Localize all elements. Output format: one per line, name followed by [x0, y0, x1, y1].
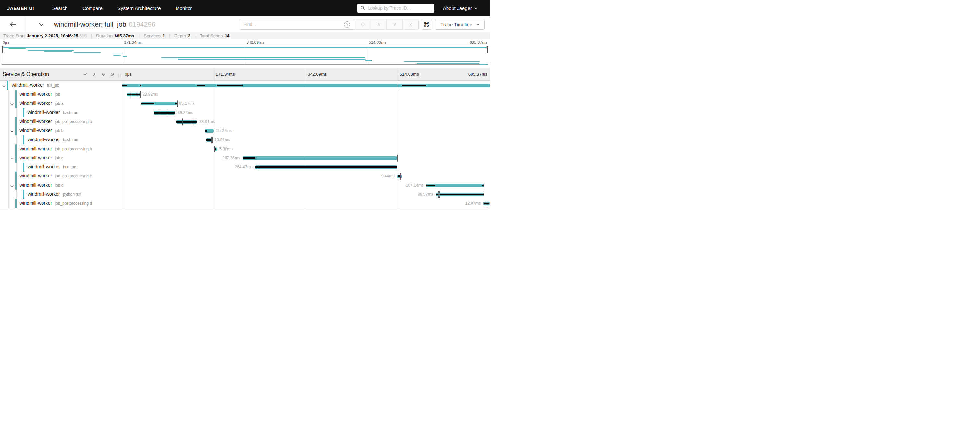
- minimap-right-scrubber[interactable]: [487, 46, 488, 53]
- span-list-item[interactable]: windmill-workerpython run: [0, 190, 122, 199]
- span-name-wrapper[interactable]: windmill-workerjob a: [20, 100, 64, 106]
- span-service-name: windmill-worker: [20, 155, 52, 160]
- find-input[interactable]: [239, 22, 344, 27]
- span-log-tick: [175, 109, 175, 116]
- span-gantt-cell[interactable]: 12.07ms: [122, 199, 490, 208]
- row-expand-chevron-icon[interactable]: [10, 102, 14, 107]
- collapse-one-icon[interactable]: [83, 72, 88, 76]
- axis-tick-label: 685.37ms: [469, 40, 487, 45]
- span-gantt-cell[interactable]: 9.44ms: [122, 172, 490, 181]
- span-gantt-cell[interactable]: [122, 81, 490, 90]
- back-button[interactable]: [0, 16, 26, 32]
- total-spans-value: 14: [224, 33, 229, 38]
- collapse-trace-detail-chevron[interactable]: [38, 22, 44, 27]
- trace-view-selector[interactable]: Trace Timeline: [435, 19, 485, 30]
- expand-one-icon[interactable]: [92, 72, 97, 76]
- span-name-wrapper[interactable]: windmill-workerjob b: [20, 128, 64, 133]
- help-icon[interactable]: ?: [344, 21, 350, 27]
- span-gantt-cell[interactable]: 65.17ms: [122, 99, 490, 108]
- row-expand-chevron-icon[interactable]: [10, 183, 14, 189]
- span-row: windmill-workerjob_postprocessing b5.88m…: [0, 144, 490, 153]
- next-result-button[interactable]: ∨: [387, 19, 403, 30]
- critical-path-segment: [175, 103, 177, 105]
- minimap-span-bar: [112, 54, 123, 54]
- critical-path-segment: [154, 112, 175, 113]
- span-list-item[interactable]: windmill-workerjob_postprocessing b: [0, 144, 122, 153]
- span-list-item[interactable]: windmill-workerbash run: [0, 135, 122, 144]
- span-name-wrapper[interactable]: windmill-workerpython run: [28, 191, 81, 197]
- row-expand-chevron-icon[interactable]: [10, 129, 14, 135]
- span-operation-name: bash run: [63, 138, 78, 142]
- minimap-left-scrubber[interactable]: [2, 46, 3, 53]
- span-list-item[interactable]: windmill-workerbash run: [0, 108, 122, 117]
- span-duration-label: 264.47ms: [235, 165, 253, 169]
- span-list-item[interactable]: windmill-workerfull_job: [0, 81, 122, 90]
- span-gantt-cell[interactable]: 10.51ms: [122, 135, 490, 144]
- span-log-tick: [167, 109, 167, 116]
- span-name-wrapper[interactable]: windmill-workerjob_postprocessing c: [20, 173, 92, 178]
- tree-guide-line: [8, 99, 9, 108]
- span-gantt-cell[interactable]: 88.57ms: [122, 190, 490, 199]
- trace-minimap[interactable]: [2, 46, 488, 65]
- span-log-tick: [192, 118, 192, 125]
- span-list-item[interactable]: windmill-workerjob_postprocessing c: [0, 172, 122, 181]
- nav-item-monitor[interactable]: Monitor: [175, 5, 192, 11]
- keyboard-shortcuts-button[interactable]: ⌘: [421, 19, 432, 30]
- trace-id-lookup-box[interactable]: [357, 3, 434, 13]
- span-row: windmill-workerfull_job: [0, 81, 490, 90]
- column-resize-handle[interactable]: ||: [118, 73, 121, 78]
- span-gantt-cell[interactable]: 15.27ms: [122, 126, 490, 135]
- span-name-wrapper[interactable]: windmill-workerfull_job: [12, 83, 59, 87]
- span-name-wrapper[interactable]: windmill-workerjob d: [20, 182, 64, 188]
- span-gantt-cell[interactable]: 23.92ms: [122, 90, 490, 99]
- span-log-tick: [484, 182, 484, 189]
- tree-guide-line: [8, 117, 9, 126]
- tree-guide-line: [8, 181, 9, 190]
- span-name-wrapper[interactable]: windmill-workerjob_postprocessing d: [20, 200, 92, 206]
- depth-value: 3: [188, 33, 191, 38]
- app-brand[interactable]: JAEGER UI: [7, 5, 34, 11]
- span-name-wrapper[interactable]: windmill-workerbun run: [28, 164, 76, 169]
- nav-item-system-architecture[interactable]: System Architecture: [118, 5, 161, 11]
- span-bar[interactable]: [243, 156, 397, 160]
- span-name-wrapper[interactable]: windmill-workerjob: [20, 91, 60, 97]
- span-gantt-cell[interactable]: 107.14ms: [122, 181, 490, 190]
- span-duration-label: 39.34ms: [178, 110, 193, 115]
- span-bar[interactable]: [122, 84, 490, 87]
- about-jaeger-menu[interactable]: About Jaeger: [443, 5, 478, 11]
- span-name-wrapper[interactable]: windmill-workerjob_postprocessing a: [20, 119, 92, 124]
- collapse-all-icon[interactable]: [101, 72, 106, 76]
- span-name-wrapper[interactable]: windmill-workerjob_postprocessing b: [20, 146, 92, 151]
- span-list-item[interactable]: windmill-workerjob_postprocessing d: [0, 199, 122, 208]
- timeline-header-row: Service & Operation || 0μs 171.34ms 342.…: [0, 68, 490, 81]
- span-name-wrapper[interactable]: windmill-workerjob c: [20, 155, 63, 160]
- focus-span-button[interactable]: [355, 19, 371, 30]
- span-gantt-cell[interactable]: 38.01ms: [122, 117, 490, 126]
- expand-all-icon[interactable]: [110, 72, 115, 76]
- span-gantt-cell[interactable]: 264.47ms: [122, 162, 490, 172]
- critical-path-segment: [176, 121, 197, 122]
- minimap-span-bar: [161, 57, 365, 58]
- span-list-item[interactable]: windmill-workerjob d: [0, 181, 122, 190]
- axis-tick-label: 171.34ms: [216, 72, 235, 76]
- span-list-item[interactable]: windmill-workerjob: [0, 90, 122, 99]
- span-gantt-cell[interactable]: 39.34ms: [122, 108, 490, 117]
- row-expand-chevron-icon[interactable]: [2, 83, 6, 89]
- span-list-item[interactable]: windmill-workerjob c: [0, 153, 122, 162]
- prev-result-button[interactable]: ∧: [371, 19, 387, 30]
- row-expand-chevron-icon[interactable]: [10, 156, 14, 162]
- span-service-name: windmill-worker: [20, 119, 52, 124]
- span-name-wrapper[interactable]: windmill-workerbash run: [28, 110, 78, 115]
- span-list-item[interactable]: windmill-workerbun run: [0, 162, 122, 172]
- span-gantt-cell[interactable]: 287.36ms: [122, 153, 490, 162]
- nav-item-compare[interactable]: Compare: [83, 5, 103, 11]
- span-gantt-cell[interactable]: 5.88ms: [122, 144, 490, 153]
- clear-find-button[interactable]: X: [403, 19, 418, 30]
- span-list-item[interactable]: windmill-workerjob a: [0, 99, 122, 108]
- span-list-item[interactable]: windmill-workerjob_postprocessing a: [0, 117, 122, 126]
- find-box[interactable]: ?: [239, 19, 355, 30]
- nav-item-search[interactable]: Search: [52, 5, 68, 11]
- trace-id-lookup-input[interactable]: [368, 5, 431, 11]
- span-name-wrapper[interactable]: windmill-workerbash run: [28, 137, 78, 142]
- span-list-item[interactable]: windmill-workerjob b: [0, 126, 122, 135]
